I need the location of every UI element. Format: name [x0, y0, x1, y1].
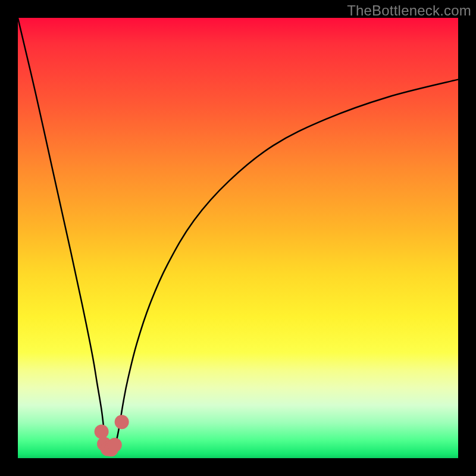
marker-dot [108, 438, 122, 452]
marker-dot [95, 425, 109, 439]
chart-frame: TheBottleneck.com [0, 0, 476, 476]
plot-area [18, 18, 458, 458]
marker-cluster-group [95, 415, 129, 456]
marker-dot [115, 415, 129, 429]
curve-svg [18, 18, 458, 458]
bottleneck-curve-path [18, 18, 458, 450]
watermark-label: TheBottleneck.com [347, 2, 471, 19]
